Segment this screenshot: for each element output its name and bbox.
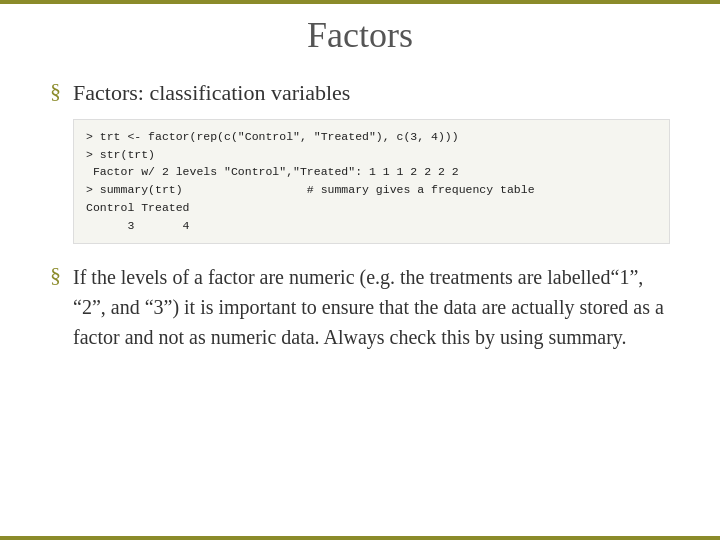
bullet-2-section: § If the levels of a factor are numeric … (50, 262, 670, 352)
bottom-border (0, 536, 720, 540)
slide-title: Factors (50, 14, 670, 56)
code-block: > trt <- factor(rep(c("Control", "Treate… (73, 119, 670, 244)
bullet-2-text: If the levels of a factor are numeric (e… (73, 262, 670, 352)
bullet-2-content: If the levels of a factor are numeric (e… (73, 262, 670, 352)
bullet-1-text: Factors: classification variables (73, 78, 670, 109)
bullet-1-section: § Factors: classification variables > tr… (50, 78, 670, 244)
bullet-1-icon: § (50, 80, 61, 102)
slide: Factors § Factors: classification variab… (0, 0, 720, 540)
bullet-1-content: Factors: classification variables > trt … (73, 78, 670, 244)
bullet-2-icon: § (50, 264, 61, 286)
slide-content: Factors § Factors: classification variab… (0, 4, 720, 536)
